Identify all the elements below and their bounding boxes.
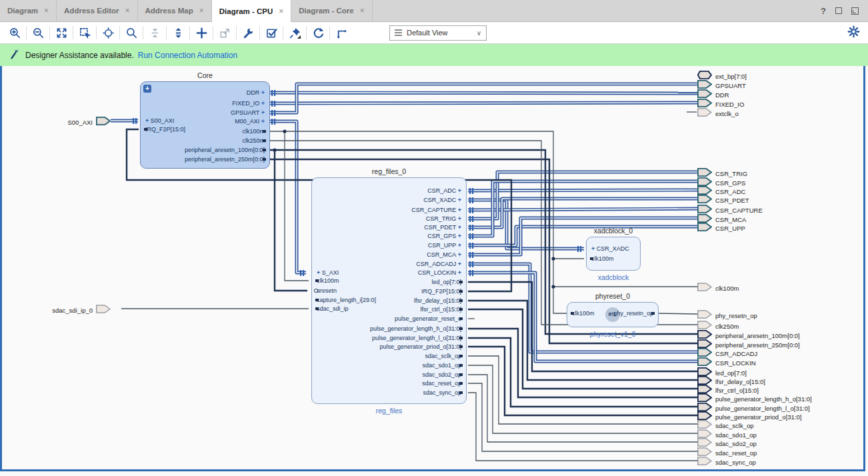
port-CSR-XADC[interactable]: CSR_XADC +	[317, 196, 461, 204]
port-arrow-icon	[697, 456, 712, 468]
external-port-sdac-sdi-ip-0[interactable]: sdac_sdi_ip_0	[52, 304, 111, 316]
port-terminal	[459, 382, 463, 385]
port-CSR-XADC[interactable]: + CSR_XADC	[591, 245, 635, 253]
toolbar-separator	[259, 26, 260, 39]
regenerate-layout-icon[interactable]	[309, 24, 327, 41]
port-pulse-generator-priod-o-31-0-[interactable]: pulse_generator_priod_o[31:0]	[317, 343, 461, 351]
port-label: peripheral_aresetn_100m[0:0]	[185, 147, 265, 153]
port-label: DDR	[247, 89, 260, 96]
optimize-routing-icon[interactable]	[333, 24, 350, 41]
port-clk250m[interactable]: clk250m	[145, 137, 265, 145]
port-terminal	[459, 373, 463, 376]
port-M00-AXI[interactable]: M00_AXI +	[145, 117, 265, 125]
port-GPSUART[interactable]: GPSUART +	[145, 109, 265, 117]
expand-icon[interactable]	[169, 24, 187, 41]
toolbar-separator	[189, 26, 190, 39]
external-port-label: FIXED_IO	[715, 101, 744, 108]
toolbar-separator	[26, 26, 27, 39]
external-port-label: peripheral_aresetn_100m[0:0]	[715, 332, 800, 339]
zoom-fit-icon[interactable]	[53, 24, 70, 41]
port-lfsr-delay-o-15-0-[interactable]: lfsr_delay_o[15:0]	[317, 297, 461, 305]
port-pulse-generator-reset-o[interactable]: pulse_generator_reset_o	[317, 315, 461, 323]
tab-address-editor[interactable]: Address Editor×	[57, 0, 137, 21]
external-port-label: CSR_CAPTURE	[715, 207, 763, 214]
tab-diagram-cpu[interactable]: Diagram - CPU×	[212, 0, 292, 22]
port-DDR[interactable]: DDR +	[145, 89, 265, 97]
auto-fit-selection-icon[interactable]	[99, 24, 117, 41]
diagram-canvas[interactable]: Core++ S00_AXIIRQ_F2P[15:0]DDR +FIXED_IO…	[0, 0, 868, 476]
port-sdac-reset-op[interactable]: sdac_reset_op	[317, 379, 461, 387]
tab-close-icon[interactable]: ×	[44, 6, 49, 15]
port-terminal	[459, 391, 463, 394]
port-sdac-sclk-op[interactable]: sdac_sclk_op	[317, 352, 461, 360]
port-CSR-GPS[interactable]: CSR_GPS +	[317, 232, 461, 240]
validate-design-icon[interactable]	[263, 24, 280, 41]
port-CSR-PDET[interactable]: CSR_PDET +	[317, 223, 461, 231]
external-port-label: sdac_sdo2_op	[715, 440, 757, 447]
port-pulse-generator-length-l-o-31-0-[interactable]: pulse_generator_length_l_o[31:0]	[317, 334, 461, 342]
maximize-icon[interactable]	[835, 7, 842, 14]
add-ip-icon[interactable]	[193, 24, 210, 41]
port-CSR-TRIG[interactable]: CSR_TRIG +	[317, 215, 461, 223]
zoom-in-icon[interactable]	[6, 24, 23, 41]
port-pulse-generator-length-h-o-31-0-[interactable]: pulse_generator_length_h_o[31:0]	[317, 325, 461, 333]
port-led-op-7-0-[interactable]: led_op[7:0]	[317, 278, 461, 286]
external-port-label: CSR_TRIG	[715, 170, 747, 177]
port-peripheral-aresetn-100m-0-0-[interactable]: peripheral_aresetn_100m[0:0]	[145, 146, 265, 154]
external-port-label: clk100m	[715, 285, 739, 292]
tab-close-icon[interactable]: ×	[125, 6, 129, 15]
settings-gear-button[interactable]	[847, 25, 868, 41]
port-label: CSR_ADCADJ	[416, 261, 456, 267]
help-icon[interactable]: ?	[821, 6, 826, 16]
toolbar-separator	[306, 26, 307, 39]
view-selector-dropdown[interactable]: Default View ∨	[389, 25, 487, 41]
external-port-label: sdac_sync_op	[715, 459, 756, 466]
designer-assistance-banner: Designer Assistance available. Run Conne…	[0, 44, 868, 66]
port-arrow-icon	[697, 282, 712, 294]
port-sdac-sdo2-op[interactable]: sdac_sdo2_op	[317, 371, 461, 379]
zoom-out-icon[interactable]	[29, 24, 47, 41]
tab-close-icon[interactable]: ×	[199, 6, 204, 15]
external-port-S00-AXI[interactable]: S00_AXI	[68, 116, 111, 128]
port-CSR-MCA[interactable]: CSR_MCA +	[317, 251, 461, 259]
port-lfsr-ctrl-o-15-0-[interactable]: lfsr_ctrl_o[15:0]	[317, 305, 461, 313]
external-port-extclk-o[interactable]: extclk_o	[697, 107, 739, 119]
pin-icon[interactable]	[286, 24, 303, 41]
port-IRQ-F2P-15-0-[interactable]: IRQ_F2P[15:0]	[317, 287, 461, 295]
port-phy-resetn-op[interactable]: phy_resetn_op	[572, 309, 653, 317]
run-connection-automation-link[interactable]: Run Connection Automation	[138, 51, 237, 60]
view-selector-value: Default View	[407, 29, 448, 37]
toolbar-separator	[96, 26, 97, 39]
tab-diagram[interactable]: Diagram×	[0, 0, 57, 21]
zoom-to-selection-icon[interactable]	[76, 24, 93, 41]
external-port-CSR-UPP[interactable]: CSR_UPP	[697, 222, 745, 234]
tab-diagram-core[interactable]: Diagram - Core×	[291, 0, 372, 21]
float-icon[interactable]	[851, 7, 859, 15]
port-terminal	[263, 158, 266, 161]
port-CSR-LOCKIN[interactable]: CSR_LOCKIN +	[317, 269, 461, 277]
port-peripheral-aresetn-250m-0-0-[interactable]: peripheral_aresetn_250m[0:0]	[145, 155, 265, 163]
port-label: FIXED_IO	[232, 100, 259, 107]
port-clk100m[interactable]: clk100m	[591, 255, 635, 263]
make-external-icon	[216, 24, 233, 41]
port-FIXED-IO[interactable]: FIXED_IO +	[145, 99, 265, 107]
port-label: peripheral_aresetn_250m[0:0]	[185, 156, 265, 163]
port-clk100m[interactable]: clk100m	[145, 127, 265, 135]
port-CSR-ADCADJ[interactable]: CSR_ADCADJ +	[317, 260, 461, 268]
external-port-sdac-sync-op[interactable]: sdac_sync_op	[697, 456, 756, 468]
customize-wrench-icon[interactable]	[239, 24, 257, 41]
port-sdac-sdo1-op[interactable]: sdac_sdo1_op	[317, 361, 461, 369]
port-label: pulse_generator_priod_o[31:0]	[379, 343, 461, 350]
tab-address-map[interactable]: Address Map×	[138, 0, 212, 21]
port-CSR-CAPTURE[interactable]: CSR_CAPTURE +	[317, 206, 461, 214]
external-port-label: extclk_o	[715, 110, 739, 117]
port-label: lfsr_delay_o[15:0]	[414, 297, 461, 304]
block-xadcblock_0[interactable]	[586, 237, 641, 271]
port-CSR-ADC[interactable]: CSR_ADC +	[317, 187, 461, 195]
port-CSR-UPP[interactable]: CSR_UPP +	[317, 241, 461, 249]
port-sdac-sync-op[interactable]: sdac_sync_op	[317, 389, 461, 397]
tab-close-icon[interactable]: ×	[360, 6, 365, 15]
search-icon[interactable]	[123, 24, 140, 41]
tab-close-icon[interactable]: ×	[279, 7, 283, 16]
external-port-clk100m[interactable]: clk100m	[697, 282, 739, 294]
